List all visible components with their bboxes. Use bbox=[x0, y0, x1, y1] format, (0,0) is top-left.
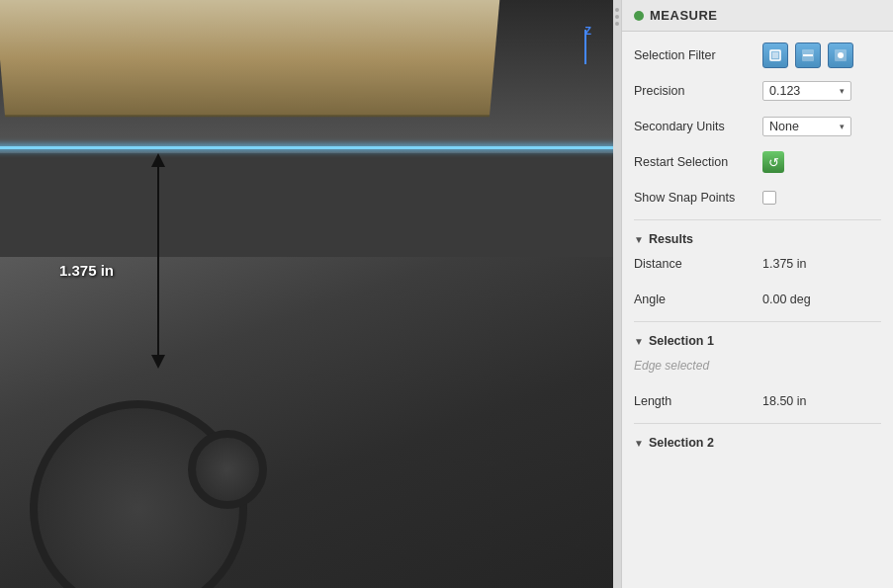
edge-selected-label: Edge selected bbox=[634, 357, 709, 375]
restart-selection-label: Restart Selection bbox=[634, 155, 762, 169]
angle-row: Angle 0.00 deg bbox=[634, 286, 881, 313]
secondary-units-row: Secondary Units None ▾ bbox=[634, 113, 881, 140]
surface-bar bbox=[0, 0, 499, 117]
divider-2 bbox=[634, 321, 881, 322]
length-row: Length 18.50 in bbox=[634, 387, 881, 415]
secondary-units-dropdown[interactable]: None ▾ bbox=[762, 117, 851, 136]
svg-rect-2 bbox=[772, 52, 778, 58]
angle-label: Angle bbox=[634, 293, 762, 306]
measure-line bbox=[157, 167, 159, 355]
measure-arrow bbox=[138, 153, 178, 369]
selection1-section-header[interactable]: ▼ Selection 1 bbox=[634, 328, 881, 352]
secondary-units-label: Secondary Units bbox=[634, 120, 762, 133]
gear-small bbox=[188, 430, 267, 509]
svg-point-6 bbox=[838, 52, 844, 58]
selection2-section-header[interactable]: ▼ Selection 2 bbox=[634, 430, 881, 454]
distance-row: Distance 1.375 in bbox=[634, 250, 881, 278]
selection2-triangle-icon: ▼ bbox=[634, 438, 644, 449]
results-section-title: Results bbox=[649, 232, 693, 246]
selection-filter-row: Selection Filter bbox=[634, 42, 881, 69]
restart-selection-button[interactable]: ↺ bbox=[762, 151, 784, 173]
selection1-triangle-icon: ▼ bbox=[634, 336, 644, 347]
strip-dot bbox=[615, 22, 619, 26]
selection-filter-label: Selection Filter bbox=[634, 48, 762, 62]
filter-icon-group bbox=[762, 42, 857, 68]
angle-value: 0.00 deg bbox=[762, 293, 811, 306]
secondary-units-dropdown-arrow: ▾ bbox=[840, 122, 845, 131]
strip-dot bbox=[615, 8, 619, 12]
arrow-bottom bbox=[151, 355, 165, 369]
surface-top-edge bbox=[0, 146, 621, 149]
precision-dropdown[interactable]: 0.123 ▾ bbox=[762, 81, 851, 101]
secondary-units-value: None bbox=[769, 120, 799, 133]
show-snap-points-checkbox[interactable] bbox=[762, 191, 776, 205]
precision-label: Precision bbox=[634, 84, 762, 98]
axis-indicator: Z bbox=[537, 20, 596, 79]
measurement-label: 1.375 in bbox=[59, 262, 114, 279]
filter-icon-2[interactable] bbox=[795, 42, 821, 68]
results-section-header[interactable]: ▼ Results bbox=[634, 226, 881, 250]
strip-dot bbox=[615, 15, 619, 19]
divider-3 bbox=[634, 423, 881, 424]
panel-body: Selection Filter bbox=[622, 32, 893, 588]
panel-header: MEASURE bbox=[622, 0, 893, 32]
z-axis-label: Z bbox=[584, 25, 591, 37]
panel-divider bbox=[613, 0, 621, 588]
selection2-section-title: Selection 2 bbox=[649, 436, 714, 450]
filter-icon-3[interactable] bbox=[828, 42, 853, 68]
selection1-section-title: Selection 1 bbox=[649, 334, 714, 348]
show-snap-points-label: Show Snap Points bbox=[634, 191, 762, 205]
length-label: Length bbox=[634, 394, 762, 408]
header-dot-icon bbox=[634, 11, 644, 21]
divider-1 bbox=[634, 219, 881, 220]
precision-row: Precision 0.123 ▾ bbox=[634, 77, 881, 105]
precision-value: 0.123 bbox=[769, 84, 800, 98]
filter-icon-1[interactable] bbox=[762, 42, 788, 68]
distance-label: Distance bbox=[634, 257, 762, 271]
precision-dropdown-arrow: ▾ bbox=[840, 86, 845, 96]
show-snap-points-row: Show Snap Points bbox=[634, 184, 881, 211]
results-triangle-icon: ▼ bbox=[634, 234, 644, 245]
restart-icon-symbol: ↺ bbox=[768, 155, 779, 170]
length-value: 18.50 in bbox=[762, 394, 806, 408]
panel-title: MEASURE bbox=[650, 8, 718, 23]
measure-panel: MEASURE Selection Filter bbox=[621, 0, 893, 588]
distance-value: 1.375 in bbox=[762, 257, 806, 271]
edge-selected-row: Edge selected bbox=[634, 352, 881, 379]
restart-selection-row: Restart Selection ↺ bbox=[634, 148, 881, 176]
arrow-top bbox=[151, 153, 165, 167]
3d-viewport[interactable]: 1.375 in Z bbox=[0, 0, 621, 588]
mech-body bbox=[0, 257, 621, 588]
